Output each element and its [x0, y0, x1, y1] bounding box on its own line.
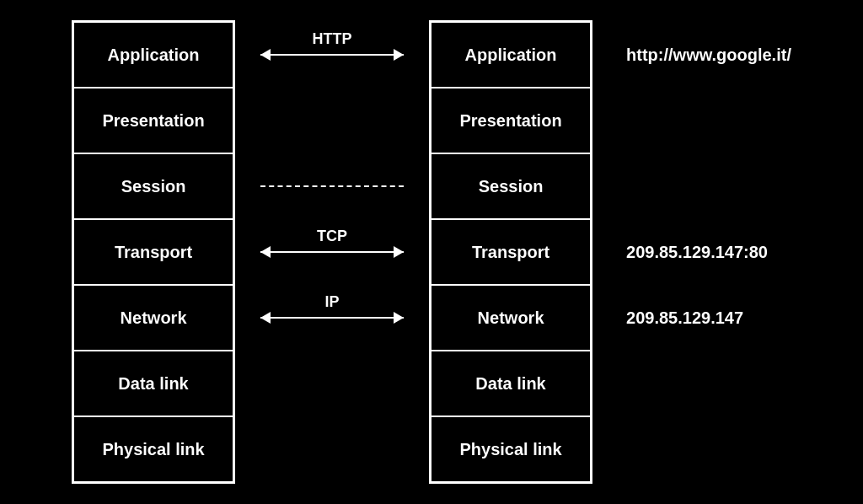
annotations-panel: http://www.google.it/ 209.85.129.147:80 … [618, 22, 791, 482]
left-layer-presentation: Presentation [73, 88, 233, 153]
arrow-row-empty1 [235, 88, 429, 153]
left-layer-transport: Transport [73, 219, 233, 285]
arrow-row-empty2 [235, 351, 429, 416]
arrow-row-empty3 [235, 416, 429, 482]
annotation-application: http://www.google.it/ [618, 22, 791, 88]
annotation-tcp-ip: 209.85.129.147:80 [626, 243, 768, 262]
right-layer-physical: Physical link [431, 416, 591, 482]
left-layer-datalink: Data link [73, 351, 233, 416]
left-layer-physical: Physical link [73, 416, 233, 482]
tcp-label: TCP [317, 228, 347, 245]
http-arrow [260, 54, 404, 56]
annotation-url: http://www.google.it/ [626, 46, 791, 65]
right-layer-application: Application [431, 22, 591, 88]
annotation-physical [618, 416, 791, 482]
dashed-separator [260, 185, 404, 187]
right-layer-transport: Transport [431, 219, 591, 285]
annotation-network: 209.85.129.147 [618, 285, 791, 351]
right-stack: Application Presentation Session Transpo… [429, 20, 592, 484]
annotation-ip: 209.85.129.147 [626, 308, 743, 328]
annotation-datalink [618, 351, 791, 416]
arrow-row-http: HTTP [235, 22, 429, 88]
left-layer-session: Session [73, 153, 233, 219]
annotation-presentation [618, 88, 791, 153]
right-layer-network: Network [431, 285, 591, 351]
arrow-row-dashed [235, 153, 429, 219]
annotation-session [618, 153, 791, 219]
ip-arrow [260, 317, 404, 319]
left-layer-application: Application [73, 22, 233, 88]
http-label: HTTP [313, 30, 352, 48]
annotation-transport: 209.85.129.147:80 [618, 219, 791, 285]
ip-label: IP [325, 293, 340, 311]
right-layer-presentation: Presentation [431, 88, 591, 153]
arrow-row-tcp: TCP [235, 219, 429, 285]
middle-arrows: HTTP TCP IP [235, 22, 429, 482]
tcp-arrow [260, 251, 404, 253]
left-layer-network: Network [73, 285, 233, 351]
left-stack: Application Presentation Session Transpo… [72, 20, 235, 484]
right-layer-session: Session [431, 153, 591, 219]
arrow-row-ip: IP [235, 285, 429, 351]
right-layer-datalink: Data link [431, 351, 591, 416]
osi-diagram: Application Presentation Session Transpo… [72, 20, 791, 484]
